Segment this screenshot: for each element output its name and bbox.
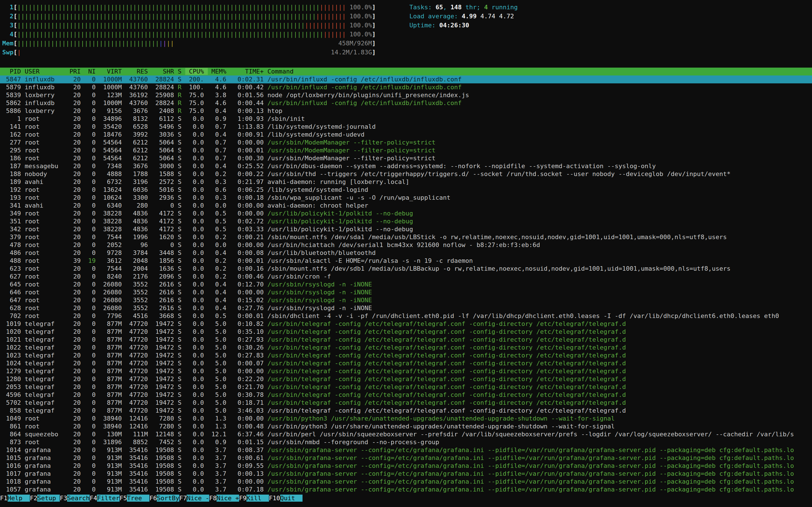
fkey-f3[interactable]: F3Search <box>60 495 90 502</box>
process-row[interactable]: 861 root 20 0 38940 12416 7280 S 0.0 1.3… <box>2 422 812 431</box>
fkey-f6[interactable]: F6SortBy <box>149 495 179 502</box>
process-row[interactable]: 1014 grafana 20 0 913M 35416 19508 S 0.0… <box>2 446 812 454</box>
cell-shr: 19472 <box>152 360 178 367</box>
process-row[interactable]: 646 root 20 0 26080 3552 2616 S 0.0 0.4 … <box>2 288 812 296</box>
process-row[interactable]: 341 avahi 20 0 6340 280 0 S 0.0 0.0 0:00… <box>2 202 812 210</box>
fkey-number: F9 <box>239 495 247 502</box>
process-row[interactable]: 5847 influxdb 20 0 1000M 43760 28824 S 2… <box>0 75 812 83</box>
process-row[interactable]: 351 root 20 0 38228 4836 4172 S 0.0 0.5 … <box>2 217 812 225</box>
fkey-f2[interactable]: F2Setup <box>30 495 60 502</box>
column-header-user[interactable]: USER <box>24 68 66 75</box>
cell-cpu: 0.0 <box>185 257 207 264</box>
cell-time: 3:46.03 <box>230 407 267 414</box>
process-row[interactable]: 478 root 20 0 2052 96 0 S 0.0 0.0 0:00.0… <box>2 241 812 249</box>
process-row[interactable]: 627 root 20 0 8240 2176 2096 S 0.0 0.2 0… <box>2 273 812 281</box>
column-header-mem[interactable]: MEM% <box>208 68 230 75</box>
column-header-ni[interactable]: NI <box>84 68 99 75</box>
fkey-f5[interactable]: F5Tree <box>119 495 149 502</box>
column-header-command[interactable]: Command <box>267 68 294 75</box>
column-header-res[interactable]: RES <box>125 68 152 75</box>
process-row[interactable]: 1024 telegraf 20 0 877M 47720 19472 S 0.… <box>2 359 812 367</box>
process-row[interactable]: 486 root 20 0 9728 3784 3448 S 0.0 0.4 0… <box>2 249 812 257</box>
process-row[interactable]: 193 root 20 0 10624 3300 2936 S 0.0 0.3 … <box>2 194 812 202</box>
cell-time: 0:35.10 <box>230 328 267 335</box>
cell-mem: 1.3 <box>208 423 230 430</box>
process-row[interactable]: 4596 telegraf 20 0 877M 47720 19472 S 0.… <box>2 391 812 399</box>
cell-pid: 864 <box>2 431 24 438</box>
process-row[interactable]: 192 root 20 0 13624 6036 5016 S 0.0 0.6 … <box>2 186 812 194</box>
cell-user: telegraf <box>24 391 66 398</box>
process-row[interactable]: 1021 telegraf 20 0 877M 47720 19472 S 0.… <box>2 336 812 344</box>
process-row[interactable]: 5862 influxdb 20 0 1000M 43760 28824 R 7… <box>2 99 812 107</box>
fkey-f1[interactable]: F1Help <box>0 495 30 502</box>
process-row[interactable]: 645 root 20 0 26080 3552 2616 S 0.0 0.4 … <box>2 281 812 288</box>
cell-ni: 0 <box>84 462 99 469</box>
fkey-f8[interactable]: F8Nice + <box>209 495 239 502</box>
process-row[interactable]: 187 messagebu 20 0 7348 3676 3000 S 0.0 … <box>2 162 812 170</box>
process-row[interactable]: 188 nobody 20 0 4888 1788 1588 S 0.0 0.2… <box>2 170 812 178</box>
process-row[interactable]: 1049 root 20 0 38940 12416 7280 S 0.0 1.… <box>2 414 812 422</box>
cell-command: /lib/systemd/systemd-logind <box>267 186 368 193</box>
process-row[interactable]: 1023 telegraf 20 0 877M 47720 19472 S 0.… <box>2 351 812 359</box>
cell-pri: 20 <box>66 273 84 280</box>
process-row[interactable]: 1279 telegraf 20 0 877M 47720 19472 S 0.… <box>2 367 812 375</box>
process-row[interactable]: 1019 telegraf 20 0 877M 47720 19472 S 0.… <box>2 320 812 328</box>
process-row[interactable]: 295 root 20 0 54564 6212 5064 S 0.0 0.7 … <box>2 147 812 154</box>
column-header-time[interactable]: TIME+ <box>230 68 267 75</box>
fkey-f9[interactable]: F9Kill <box>239 495 269 502</box>
cell-shr: 19472 <box>152 376 178 383</box>
column-header-cpu[interactable]: CPU% <box>185 68 207 75</box>
cell-virt: 8240 <box>99 273 125 280</box>
process-row[interactable]: 628 root 20 0 26080 3552 2616 S 0.0 0.4 … <box>2 304 812 312</box>
column-header-pri[interactable]: PRI <box>66 68 84 75</box>
column-header-s[interactable]: S <box>178 68 186 75</box>
cell-res: 47720 <box>125 399 152 406</box>
process-row[interactable]: 623 root 20 0 7544 2004 1636 S 0.0 0.2 0… <box>2 265 812 273</box>
process-row[interactable]: 702 root 20 0 7796 4516 3668 S 0.0 0.5 0… <box>2 312 812 320</box>
process-row[interactable]: 488 root 39 19 3612 2048 1856 S 0.0 0.2 … <box>2 257 812 265</box>
fkey-f7[interactable]: F7Nice - <box>179 495 209 502</box>
process-row[interactable]: 141 root 20 0 35420 6528 5496 S 0.0 0.7 … <box>2 123 812 131</box>
process-row[interactable]: 873 root 20 0 31896 8852 7452 S 0.0 0.9 … <box>2 438 812 446</box>
process-row[interactable]: 1017 grafana 20 0 913M 35416 19508 S 0.0… <box>2 470 812 478</box>
cell-s: S <box>178 360 186 367</box>
process-row[interactable]: 1015 grafana 20 0 913M 35416 19508 S 0.0… <box>2 454 812 462</box>
process-row[interactable]: 1280 telegraf 20 0 877M 47720 19472 S 0.… <box>2 375 812 383</box>
column-header-shr[interactable]: SHR <box>152 68 178 75</box>
process-row[interactable]: 162 root 20 0 18476 3992 3036 S 0.0 0.4 … <box>2 131 812 138</box>
column-header-virt[interactable]: VIRT <box>99 68 125 75</box>
process-row[interactable]: 2053 telegraf 20 0 877M 47720 19472 S 0.… <box>2 383 812 391</box>
cell-command: /usr/bin/telegraf -config /etc/telegraf/… <box>267 391 626 398</box>
process-row[interactable]: 189 avahi 20 0 6732 3196 2572 S 0.0 0.3 … <box>2 178 812 186</box>
process-row[interactable]: 1022 telegraf 20 0 877M 47720 19472 S 0.… <box>2 344 812 351</box>
cell-virt: 31896 <box>99 439 125 446</box>
column-header-pid[interactable]: PID <box>2 68 24 75</box>
fkey-f4[interactable]: F4Filter <box>90 495 119 502</box>
cpu-1-meter-label: 1 <box>2 4 13 11</box>
process-row[interactable]: 864 squeezebo 20 0 130M 111M 12148 S 0.0… <box>2 431 812 438</box>
process-row[interactable]: 5879 influxdb 20 0 1000M 43760 28824 R 1… <box>2 83 812 91</box>
cell-mem: 0.4 <box>208 289 230 296</box>
process-row[interactable]: 858 telegraf 20 0 877M 47720 19472 S 0.0… <box>2 407 812 414</box>
cell-virt: 26080 <box>99 297 125 304</box>
process-row[interactable]: 277 root 20 0 54564 6212 5064 S 0.0 0.7 … <box>2 138 812 147</box>
process-row[interactable]: 349 root 20 0 38228 4836 4172 S 0.0 0.5 … <box>2 210 812 217</box>
process-row[interactable]: 379 root 20 0 7544 1996 1620 S 0.0 0.2 0… <box>2 233 812 241</box>
cell-pid: 186 <box>2 155 24 162</box>
process-row[interactable]: 5839 loxberry 20 0 123M 36192 25908 R 75… <box>2 91 812 99</box>
process-row[interactable]: 5886 loxberry 20 0 9156 3676 2408 R 75.0… <box>2 107 812 115</box>
process-row[interactable]: 1020 telegraf 20 0 877M 47720 19472 S 0.… <box>2 328 812 336</box>
cell-res: 35416 <box>125 486 152 493</box>
process-row[interactable]: 1 root 20 0 34896 8132 6112 S 0.0 0.9 1:… <box>2 115 812 123</box>
cell-virt: 34896 <box>99 115 125 122</box>
cell-ni: 0 <box>84 186 99 193</box>
cell-time: 0:00.00 <box>230 241 267 248</box>
process-row[interactable]: 647 root 20 0 26080 3552 2616 S 0.0 0.4 … <box>2 296 812 304</box>
process-row[interactable]: 1057 grafana 20 0 913M 35416 19508 S 0.0… <box>2 486 812 494</box>
process-row[interactable]: 5702 telegraf 20 0 877M 47720 19472 S 0.… <box>2 399 812 407</box>
fkey-f10[interactable]: F10Quit <box>269 495 303 502</box>
process-row[interactable]: 342 root 20 0 38228 4836 4172 S 0.0 0.5 … <box>2 225 812 233</box>
process-row[interactable]: 1016 grafana 20 0 913M 35416 19508 S 0.0… <box>2 462 812 470</box>
process-row[interactable]: 186 root 20 0 54564 6212 5064 S 0.0 0.7 … <box>2 154 812 162</box>
process-row[interactable]: 1018 grafana 20 0 913M 35416 19508 S 0.0… <box>2 478 812 486</box>
